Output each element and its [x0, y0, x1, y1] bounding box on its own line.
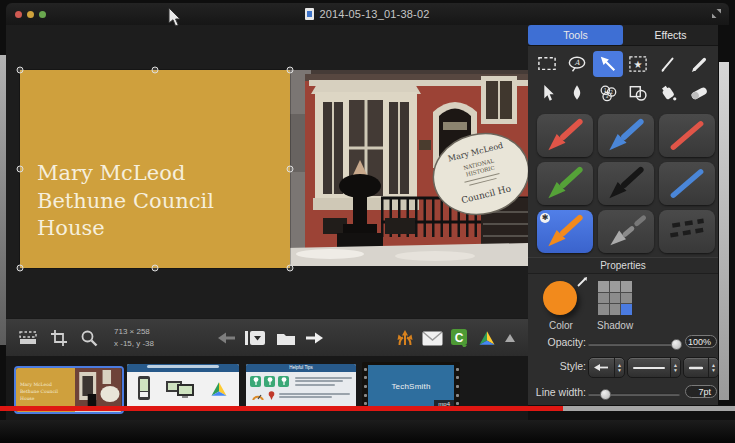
camtasia-share-icon[interactable]: C — [451, 329, 469, 347]
stamp-tool-icon[interactable]: ★ — [623, 51, 653, 77]
title-card-text: Mary McLeod Bethune Council House — [37, 160, 214, 243]
share-output-icon[interactable] — [396, 329, 414, 347]
monitors-icon — [165, 377, 195, 401]
opacity-slider[interactable] — [588, 343, 680, 346]
color-well[interactable] — [543, 281, 577, 315]
callout-tool-icon[interactable]: A — [562, 51, 592, 77]
preset-dashed-line[interactable] — [659, 210, 715, 253]
magnifier-icon[interactable] — [80, 329, 98, 347]
preset-orange-arrow-selected[interactable]: ✱ — [537, 210, 593, 253]
pin-icon — [278, 376, 289, 387]
line-width-slider-knob[interactable] — [600, 389, 611, 400]
fill-tool-icon[interactable] — [653, 80, 683, 106]
image-info: 713 × 258 x -15, y -38 — [114, 326, 154, 349]
line-width-slider[interactable] — [588, 393, 680, 396]
arrow-presets: ✱ — [528, 108, 718, 257]
svg-text:2: 2 — [610, 90, 613, 95]
preset-black-arrow[interactable] — [598, 162, 654, 205]
map-pin-icon — [268, 391, 275, 400]
thumbnail-card-text: Mary McLeod Bethune Council House — [20, 382, 58, 402]
blur-tool-icon[interactable] — [562, 80, 592, 106]
crop-icon[interactable] — [50, 329, 68, 347]
mouse-cursor — [168, 8, 182, 28]
preset-red-arrow[interactable] — [537, 114, 593, 157]
svg-text:★: ★ — [634, 59, 643, 70]
drive-logo-icon — [209, 380, 229, 398]
line-style-stepper[interactable]: ▲▼ — [627, 357, 681, 378]
arrow-end-stepper[interactable]: ▲▼ — [683, 357, 719, 378]
handle-bottom-right[interactable] — [287, 265, 294, 272]
tab-tools[interactable]: Tools — [528, 25, 623, 45]
title-card-object[interactable]: Mary McLeod Bethune Council House — [20, 70, 290, 268]
bottom-toolbar: 713 × 258 x -15, y -38 — [6, 318, 528, 357]
library-icon[interactable] — [245, 330, 267, 346]
document-icon — [305, 8, 314, 20]
style-row: Style: ▲▼ ▲▼ ▲▼ — [528, 357, 718, 377]
shadow-label: Shadow — [597, 320, 633, 331]
opacity-row: Opacity: 100% — [528, 333, 718, 353]
folder-icon[interactable] — [276, 331, 296, 346]
pin-icon — [264, 376, 275, 387]
opacity-value: 100% — [685, 335, 717, 348]
selection-tool-icon[interactable] — [532, 51, 562, 77]
google-drive-share-icon[interactable] — [477, 329, 497, 347]
shadow-well[interactable] — [598, 281, 632, 315]
desktop-edge-right — [719, 62, 729, 400]
preset-blue-arrow[interactable] — [598, 114, 654, 157]
handle-top-left[interactable] — [17, 67, 24, 74]
step-tool-icon[interactable]: 123 — [593, 80, 623, 106]
handle-bottom-left[interactable] — [17, 265, 24, 272]
tool-grid: A ★ 123 — [528, 46, 718, 108]
properties-header: Properties — [528, 257, 718, 274]
editor-canvas: Mary McLeod NATIONAL HISTORIC Council Ho… — [6, 25, 528, 318]
email-share-icon[interactable] — [422, 331, 443, 346]
line-width-row: Line width: 7pt — [528, 383, 718, 403]
svg-text:C: C — [455, 331, 464, 345]
color-label: Color — [549, 320, 573, 331]
fullscreen-icon[interactable] — [711, 8, 722, 21]
move-tool-icon[interactable] — [532, 80, 562, 106]
stepper-up-down-icon[interactable]: ▲▼ — [614, 358, 624, 377]
techsmith-logo-text: TechSmith — [391, 382, 430, 391]
color-pen-icon — [576, 276, 588, 290]
handle-bottom-center[interactable] — [152, 265, 159, 272]
thumbnail2-header — [127, 364, 239, 372]
video-progress-remaining[interactable] — [563, 406, 735, 411]
sidebar-tabs: Tools Effects — [528, 25, 718, 46]
window-title: 2014-05-13_01-38-02 — [319, 8, 429, 20]
thumbnail-techsmith-video[interactable]: TechSmith mp4 — [362, 362, 460, 411]
eraser-tool-icon[interactable] — [684, 80, 714, 106]
preset-red-line[interactable] — [659, 114, 715, 157]
sidebar: Tools Effects A ★ — [528, 25, 718, 405]
arrow-tool-icon[interactable] — [593, 51, 623, 77]
back-arrow-icon[interactable] — [218, 331, 236, 345]
handle-top-right[interactable] — [287, 67, 294, 74]
handle-mid-left[interactable] — [17, 166, 24, 173]
arrow-start-stepper[interactable]: ▲▼ — [588, 357, 625, 378]
forward-arrow-icon[interactable] — [305, 331, 323, 345]
shape-tool-icon[interactable] — [623, 80, 653, 106]
line-width-value: 7pt — [685, 385, 717, 398]
tab-effects[interactable]: Effects — [623, 25, 718, 45]
gauge-icon — [252, 392, 264, 400]
preset-settings-gear-icon[interactable]: ✱ — [540, 213, 550, 223]
opacity-slider-knob[interactable] — [671, 339, 682, 350]
preset-blue-line[interactable] — [659, 162, 715, 205]
resize-canvas-icon[interactable] — [18, 330, 38, 346]
handle-top-center[interactable] — [152, 67, 159, 74]
stepper-up-down-icon[interactable]: ▲▼ — [670, 358, 680, 377]
preset-green-arrow[interactable] — [537, 162, 593, 205]
title-bar: 2014-05-13_01-38-02 — [6, 3, 729, 25]
highlighter-tool-icon[interactable] — [684, 51, 714, 77]
cursor-coordinates: x -15, y -38 — [114, 338, 154, 350]
preset-gray-segmented-arrow[interactable] — [598, 210, 654, 253]
handle-mid-right[interactable] — [287, 166, 294, 173]
pen-tool-icon[interactable] — [653, 51, 683, 77]
stepper-up-down-icon[interactable]: ▲▼ — [708, 358, 718, 377]
more-outputs-icon[interactable] — [505, 334, 515, 342]
thumbnail-slide-devices[interactable] — [127, 364, 239, 411]
thumbnail-helpful-tips[interactable]: Helpful Tips — [246, 364, 356, 411]
pin-icon — [250, 376, 261, 387]
video-progress-played[interactable] — [0, 406, 563, 411]
video-frame: 2014-05-13_01-38-02 — [0, 0, 735, 443]
